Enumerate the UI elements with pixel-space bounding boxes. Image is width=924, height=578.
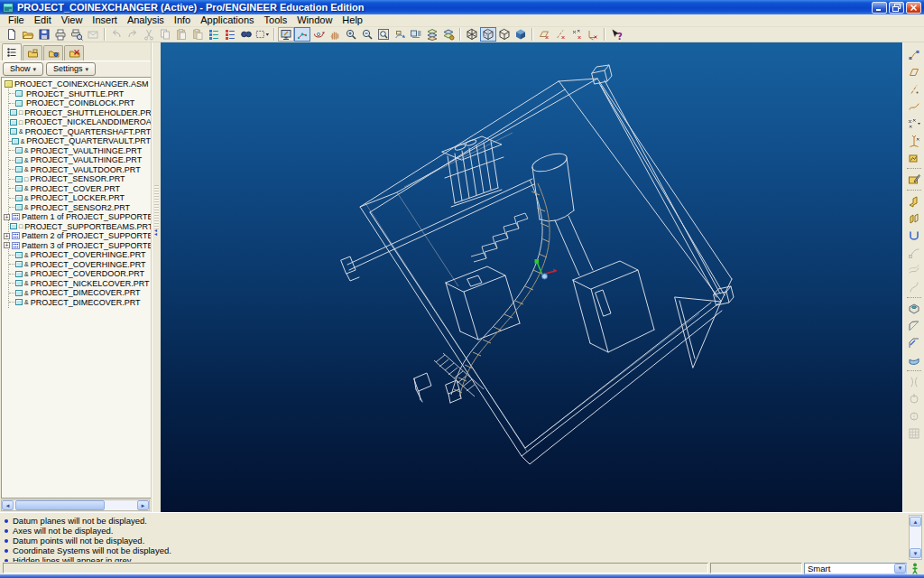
tab-model-tree[interactable] [2,43,22,61]
tree-item[interactable]: □PROJECT_NICKELANDDIMEROAD.PRT [2,117,151,127]
tree-item[interactable]: □PROJECT_SHUTTLEHOLDER.PRT [2,108,151,118]
datum-planes-toggle-button[interactable] [536,27,552,42]
wireframe-display-button[interactable] [464,27,480,42]
insert-datum-curve-button[interactable] [905,46,923,63]
tree-item[interactable]: PROJECT_COINBLOCK.PRT [2,98,151,108]
expand-icon[interactable] [4,233,10,239]
menu-window[interactable]: Window [292,14,337,26]
tab-connections[interactable] [64,45,84,61]
sash-collapse-icon[interactable]: ◄◄ [153,228,158,236]
mail-button[interactable] [85,27,101,42]
layers-button[interactable] [424,27,440,42]
menu-file[interactable]: File [4,14,29,26]
context-help-button[interactable]: ? [608,27,624,42]
saved-views-button[interactable] [408,27,424,42]
tree-item[interactable]: &PROJECT_VAULTDOOR.PRT [2,165,151,175]
cut-button[interactable] [141,27,157,42]
scroll-left-icon[interactable]: ◄ [2,500,14,510]
expand-icon[interactable] [4,242,10,248]
undo-button[interactable] [108,27,125,42]
menu-tools[interactable]: Tools [260,14,292,26]
coordinate-system-tool-button[interactable] [905,132,923,149]
tree-item[interactable]: &PROJECT_COVER.PRT [2,184,151,194]
refit-button[interactable] [375,27,392,42]
revolve-tool-button[interactable] [905,210,923,227]
sketched-curve-tool-button[interactable] [905,98,923,115]
regenerate-button[interactable] [206,27,222,42]
restore-button[interactable] [889,2,904,14]
message-scrollbar[interactable]: ▲ ▼ [909,515,922,560]
datum-point-tool-button[interactable] [905,115,923,132]
pan-zoom-button[interactable] [327,27,343,42]
copy-button[interactable] [157,27,173,42]
paste-button[interactable] [173,27,189,42]
tree-item[interactable]: &PROJECT_DIMECOVER.PRT [2,288,151,298]
open-file-button[interactable] [20,27,36,42]
minimize-button[interactable] [872,2,887,14]
chevron-down-icon[interactable]: ▼ [894,564,906,573]
selection-filter-combo[interactable]: Smart ▼ [804,563,907,574]
tree-item[interactable]: &PROJECT_QUARTERVAULT.PRT [2,136,151,146]
scroll-up-icon[interactable]: ▲ [910,517,921,527]
hidden-line-display-button[interactable] [480,27,496,42]
close-button[interactable] [906,2,921,14]
new-file-button[interactable] [4,27,20,42]
tree-item-pattern[interactable]: Pattern 1 of PROJECT_SUPPORTBEAMS.PRT [2,212,151,222]
regenerate-manager-button[interactable] [222,27,238,42]
tree-horizontal-scrollbar[interactable]: ◄ ► [1,499,150,511]
tree-item[interactable]: &PROJECT_COVERHINGE.PRT [2,250,151,260]
swept-blend-tool-button[interactable] [905,244,923,261]
tree-item[interactable]: &PROJECT_DIMECOVER.PRT [2,298,151,308]
tree-item[interactable]: &PROJECT_QUARTERSHAFT.PRT [2,127,151,137]
tree-item-pattern[interactable]: Pattern 2 of PROJECT_SUPPORTBEAMS.PRT [2,231,151,241]
tree-item[interactable]: &PROJECT_LOCKER.PRT [2,193,151,203]
view-manager-button[interactable] [440,27,457,42]
round-tool-button[interactable] [905,317,923,334]
tab-layer-tree[interactable] [23,45,42,61]
zoom-in-button[interactable] [343,27,359,42]
datum-plane-tool-button[interactable] [905,63,923,80]
shaded-display-button[interactable] [513,27,529,42]
tree-item[interactable]: □PROJECT_SUPPORTBEAMS.PRT [2,222,151,232]
extrude-tool-button[interactable] [905,192,923,210]
save-button[interactable] [36,27,52,42]
reorient-button[interactable] [392,27,408,42]
datum-axes-toggle-button[interactable] [552,27,568,42]
repaint-button[interactable] [278,27,294,42]
datum-points-toggle-button[interactable] [568,27,585,42]
redo-button[interactable] [125,27,141,42]
style-tool-button[interactable] [905,278,923,295]
chamfer-tool-button[interactable] [905,334,923,351]
no-hidden-display-button[interactable] [496,27,513,42]
tree-item[interactable]: &PROJECT_COVERDOOR.PRT [2,269,151,279]
settings-button[interactable]: Settings [46,62,96,76]
draft-tool-button[interactable] [905,390,923,407]
menu-applications[interactable]: Applications [196,14,258,26]
zoom-out-button[interactable] [359,27,375,42]
sash-handle[interactable] [154,185,159,230]
tree-item[interactable]: &PROJECT_SENSOR2.PRT [2,203,151,213]
paste-special-button[interactable] [189,27,206,42]
scroll-down-icon[interactable]: ▼ [910,548,921,558]
menu-analysis[interactable]: Analysis [123,14,169,26]
menu-view[interactable]: View [57,14,88,26]
tree-item[interactable]: □PROJECT_SENSOR.PRT [2,174,151,184]
scrollbar-thumb[interactable] [15,500,105,510]
scroll-right-icon[interactable]: ► [137,500,149,510]
select-special-button[interactable] [254,27,271,42]
pattern-tool-button[interactable] [905,424,923,442]
menu-edit[interactable]: Edit [30,14,56,26]
rib-tool-button[interactable] [905,373,923,390]
hole-tool-button[interactable] [905,300,923,317]
model-tree[interactable]: PROJECT_COINEXCHANGER.ASM PROJECT_SHUTTL… [1,77,151,499]
menu-info[interactable]: Info [170,14,195,26]
wireframe-model[interactable] [161,42,902,512]
expand-icon[interactable] [4,214,10,220]
variable-section-sweep-tool-button[interactable] [905,227,923,244]
datum-axis-tool-button[interactable] [905,80,923,98]
tree-item[interactable]: &PROJECT_VAULTHINGE.PRT [2,146,151,156]
tree-item[interactable]: PROJECT_SHUTTLE.PRT [2,89,151,99]
coordinate-systems-toggle-button[interactable] [585,27,601,42]
tree-item[interactable]: &PROJECT_NICKELCOVER.PRT [2,279,151,289]
shell-tool-button[interactable] [905,351,923,368]
